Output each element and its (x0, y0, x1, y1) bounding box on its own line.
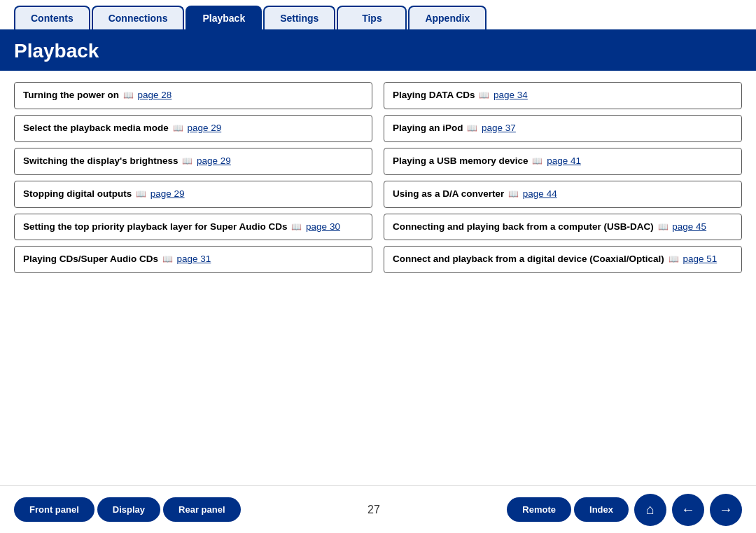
tab-connections[interactable]: Connections (92, 6, 185, 29)
page-icon: 📖 (162, 254, 173, 265)
link-playing-cds-super-audio[interactable]: Playing CDs/Super Audio CDs 📖 page 31 (14, 246, 372, 273)
page-number: 27 (241, 504, 507, 516)
page-icon: 📖 (291, 221, 302, 233)
front-panel-button[interactable]: Front panel (14, 497, 94, 522)
footer-nav-right: Remote Index ⌂ ← → (507, 494, 742, 526)
forward-icon: → (719, 501, 733, 518)
tab-appendix[interactable]: Appendix (408, 6, 486, 29)
rear-panel-button[interactable]: Rear panel (163, 497, 240, 522)
link-stopping-digital-outputs[interactable]: Stopping digital outputs 📖 page 29 (14, 181, 372, 208)
left-column: Turning the power on 📖 page 28 Select th… (14, 82, 372, 273)
link-using-da-converter[interactable]: Using as a D/A converter 📖 page 44 (384, 181, 742, 208)
page-header: Playback (0, 32, 756, 71)
page-icon: 📖 (467, 123, 477, 134)
footer: Front panel Display Rear panel 27 Remote… (0, 485, 756, 533)
right-column: Playing DATA CDs 📖 page 34 Playing an iP… (384, 82, 742, 273)
page-icon: 📖 (532, 155, 542, 167)
index-button[interactable]: Index (574, 497, 629, 522)
tab-contents[interactable]: Contents (14, 6, 90, 29)
tab-settings[interactable]: Settings (263, 6, 335, 29)
link-select-playback-media-mode[interactable]: Select the playback media mode 📖 page 29 (14, 115, 372, 142)
tab-playback[interactable]: Playback (186, 6, 262, 29)
tab-tips[interactable]: Tips (337, 6, 407, 29)
link-playing-ipod[interactable]: Playing an iPod 📖 page 37 (384, 115, 742, 142)
page-icon: 📖 (508, 188, 519, 200)
home-icon: ⌂ (646, 501, 654, 518)
page-icon: 📖 (658, 221, 668, 233)
page-icon: 📖 (123, 90, 134, 102)
link-setting-top-priority-layer[interactable]: Setting the top priority playback layer … (14, 214, 372, 241)
remote-button[interactable]: Remote (507, 497, 571, 522)
forward-button[interactable]: → (710, 494, 742, 526)
link-switching-display-brightness[interactable]: Switching the display's brightness 📖 pag… (14, 148, 372, 175)
footer-nav-left: Front panel Display Rear panel (14, 497, 241, 522)
back-icon: ← (681, 501, 695, 518)
link-turning-power-on[interactable]: Turning the power on 📖 page 28 (14, 82, 372, 109)
page-title: Playback (14, 40, 742, 62)
link-playing-usb-memory-device[interactable]: Playing a USB memory device 📖 page 41 (384, 148, 742, 175)
page-icon: 📖 (182, 155, 192, 167)
link-connecting-computer-usb-dac[interactable]: Connecting and playing back from a compu… (384, 214, 742, 241)
display-button[interactable]: Display (97, 497, 160, 522)
link-playing-data-cds[interactable]: Playing DATA CDs 📖 page 34 (384, 82, 742, 109)
page-icon: 📖 (668, 254, 679, 265)
page-icon: 📖 (479, 90, 489, 102)
page-icon: 📖 (136, 188, 146, 200)
link-connect-digital-device[interactable]: Connect and playback from a digital devi… (384, 246, 742, 273)
nav-tabs: Contents Connections Playback Settings T… (0, 0, 756, 32)
home-button[interactable]: ⌂ (634, 494, 666, 526)
back-button[interactable]: ← (672, 494, 704, 526)
main-content: Turning the power on 📖 page 28 Select th… (0, 71, 756, 284)
page-icon: 📖 (173, 123, 183, 134)
